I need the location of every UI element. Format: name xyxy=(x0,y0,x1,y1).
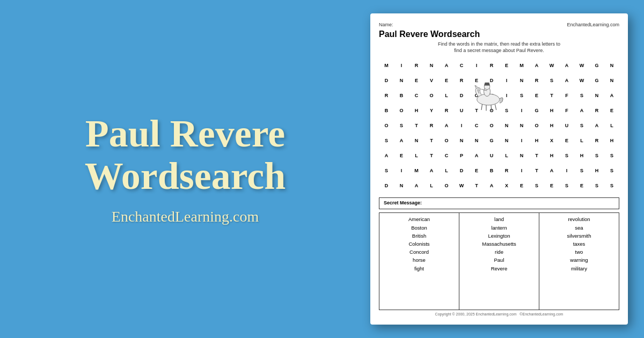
grid-cell: A xyxy=(439,58,454,73)
grid-cell: M xyxy=(514,58,529,73)
grid-cell: I xyxy=(394,58,409,73)
grid-cell: E xyxy=(604,103,619,118)
doc-title: Paul Revere Wordsearch xyxy=(379,30,619,39)
grid-cell: F xyxy=(559,88,574,103)
website-label: EnchantedLearning.com xyxy=(112,208,259,225)
grid-cell: N xyxy=(454,133,469,148)
grid-cell: I xyxy=(394,163,409,178)
grid-cell: H xyxy=(604,133,619,148)
grid-cell: E xyxy=(514,178,529,193)
grid-cell: I xyxy=(514,103,529,118)
doc-header: Name: EnchantedLearning.com xyxy=(379,22,619,27)
grid-cell: C xyxy=(454,58,469,73)
doc-instructions: Find the words in the matrix, then read … xyxy=(379,41,619,54)
word-taxes: taxes xyxy=(573,240,586,248)
word-silversmith: silversmith xyxy=(567,232,591,240)
word-list-table: American Boston British Colonists Concor… xyxy=(379,212,619,310)
grid-cell: S xyxy=(604,148,619,163)
copyright2-text: ©EnchantedLearning.com xyxy=(519,312,563,316)
grid-cell: C xyxy=(469,118,484,133)
grid-cell: N xyxy=(469,133,484,148)
svg-line-4 xyxy=(495,105,496,111)
grid-cell: L xyxy=(574,133,589,148)
grid-cell: U xyxy=(484,148,499,163)
grid-cell: G xyxy=(529,103,544,118)
grid-cell: H xyxy=(589,163,604,178)
grid-cell: O xyxy=(529,118,544,133)
grid-cell: E xyxy=(529,88,544,103)
grid-cell: I xyxy=(469,58,484,73)
grid-cell: U xyxy=(559,118,574,133)
grid-cell: S xyxy=(589,148,604,163)
grid-cell: S xyxy=(379,133,394,148)
site-header-label: EnchantedLearning.com xyxy=(567,22,619,27)
grid-cell: W xyxy=(574,58,589,73)
grid-cell: T xyxy=(544,88,559,103)
grid-cell: S xyxy=(604,178,619,193)
grid-cell: S xyxy=(514,88,529,103)
word-lexington: Lexington xyxy=(488,232,510,240)
grid-cell: A xyxy=(559,73,574,88)
grid-cell: I xyxy=(514,133,529,148)
grid-cell: T xyxy=(409,118,424,133)
grid-cell: A xyxy=(589,118,604,133)
grid-cell: H xyxy=(544,148,559,163)
grid-cell: P xyxy=(454,148,469,163)
grid-cell: A xyxy=(484,178,499,193)
grid-cell: L xyxy=(439,88,454,103)
grid-cell: F xyxy=(559,103,574,118)
word-american: American xyxy=(408,215,430,223)
word-paul: Paul xyxy=(494,256,504,264)
grid-cell: S xyxy=(574,88,589,103)
word-column-3: revolution sea silversmith taxes two war… xyxy=(539,213,619,310)
grid-cell: N xyxy=(394,73,409,88)
grid-cell: T xyxy=(469,178,484,193)
word-horse: horse xyxy=(413,256,426,264)
grid-cell: I xyxy=(559,163,574,178)
grid-cell: S xyxy=(574,163,589,178)
grid-cell: S xyxy=(559,148,574,163)
main-title: Paul Revere Wordsearch xyxy=(85,113,286,197)
grid-cell: A xyxy=(409,178,424,193)
grid-cell: H xyxy=(544,103,559,118)
word-land: land xyxy=(494,215,504,223)
grid-cell: A xyxy=(559,58,574,73)
grid-cell: A xyxy=(424,163,439,178)
grid-cell: N xyxy=(499,118,514,133)
grid-cell: N xyxy=(604,73,619,88)
grid-cell: I xyxy=(454,118,469,133)
word-concord: Concord xyxy=(409,248,429,256)
grid-cell: N xyxy=(514,148,529,163)
grid-cell: W xyxy=(544,58,559,73)
word-warning: warning xyxy=(570,256,588,264)
grid-cell: C xyxy=(439,148,454,163)
grid-cell: A xyxy=(379,148,394,163)
secret-message-label: Secret Message: xyxy=(384,200,422,205)
grid-cell: W xyxy=(574,73,589,88)
grid-cell: T xyxy=(424,148,439,163)
word-boston: Boston xyxy=(411,224,427,232)
word-british: British xyxy=(412,232,426,240)
grid-cell: L xyxy=(439,163,454,178)
copyright-text: Copyright © 2000, 2025 EnchantedLearning… xyxy=(435,312,517,316)
grid-cell: R xyxy=(589,133,604,148)
grid-cell: E xyxy=(544,178,559,193)
grid-cell: R xyxy=(589,103,604,118)
svg-line-1 xyxy=(481,105,482,111)
grid-cell: N xyxy=(514,73,529,88)
grid-cell: N xyxy=(499,133,514,148)
grid-cell: G xyxy=(589,73,604,88)
grid-cell: B xyxy=(484,163,499,178)
grid-cell: M xyxy=(409,163,424,178)
grid-cell: O xyxy=(424,88,439,103)
grid-cell: T xyxy=(424,133,439,148)
grid-cell: L xyxy=(409,148,424,163)
grid-cell: E xyxy=(574,178,589,193)
grid-cell: A xyxy=(574,103,589,118)
grid-cell: E xyxy=(409,73,424,88)
grid-cell: O xyxy=(439,133,454,148)
grid-cell: O xyxy=(484,118,499,133)
grid-cell: B xyxy=(394,88,409,103)
word-lantern: lantern xyxy=(491,224,507,232)
grid-cell: I xyxy=(514,163,529,178)
